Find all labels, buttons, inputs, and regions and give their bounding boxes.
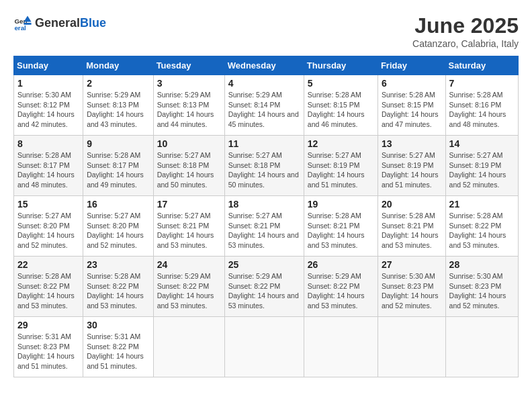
day-detail: Sunrise: 5:29 AMSunset: 8:13 PMDaylight:…: [87, 91, 144, 128]
day-detail: Sunrise: 5:30 AMSunset: 8:12 PMDaylight:…: [17, 91, 75, 128]
day-detail: Sunrise: 5:27 AMSunset: 8:18 PMDaylight:…: [228, 151, 299, 189]
day-number: 21: [449, 199, 515, 210]
calendar-cell: [378, 317, 445, 377]
calendar-cell: 26 Sunrise: 5:29 AMSunset: 8:22 PMDaylig…: [304, 257, 378, 317]
day-detail: Sunrise: 5:27 AMSunset: 8:21 PMDaylight:…: [157, 212, 214, 249]
day-detail: Sunrise: 5:27 AMSunset: 8:19 PMDaylight:…: [449, 151, 506, 189]
calendar-cell: 16 Sunrise: 5:27 AMSunset: 8:20 PMDaylig…: [83, 196, 153, 257]
calendar-cell: 10 Sunrise: 5:27 AMSunset: 8:18 PMDaylig…: [153, 136, 224, 196]
day-number: 26: [308, 259, 374, 270]
day-detail: Sunrise: 5:29 AMSunset: 8:13 PMDaylight:…: [157, 91, 214, 128]
day-detail: Sunrise: 5:29 AMSunset: 8:22 PMDaylight:…: [228, 272, 299, 310]
calendar-cell: 19 Sunrise: 5:28 AMSunset: 8:21 PMDaylig…: [304, 196, 378, 257]
day-detail: Sunrise: 5:27 AMSunset: 8:20 PMDaylight:…: [87, 212, 144, 249]
day-detail: Sunrise: 5:28 AMSunset: 8:22 PMDaylight:…: [17, 272, 75, 310]
calendar-cell: 15 Sunrise: 5:27 AMSunset: 8:20 PMDaylig…: [14, 196, 83, 257]
day-detail: Sunrise: 5:31 AMSunset: 8:22 PMDaylight:…: [87, 332, 144, 370]
header-sunday: Sunday: [14, 56, 83, 75]
day-number: 4: [228, 78, 300, 89]
calendar-cell: 28 Sunrise: 5:30 AMSunset: 8:23 PMDaylig…: [445, 257, 518, 317]
calendar-cell: [224, 317, 304, 377]
calendar-cell: 8 Sunrise: 5:28 AMSunset: 8:17 PMDayligh…: [14, 136, 83, 196]
day-number: 15: [17, 199, 79, 210]
calendar-cell: 2 Sunrise: 5:29 AMSunset: 8:13 PMDayligh…: [83, 75, 153, 136]
calendar-cell: 14 Sunrise: 5:27 AMSunset: 8:19 PMDaylig…: [445, 136, 518, 196]
day-detail: Sunrise: 5:28 AMSunset: 8:16 PMDaylight:…: [449, 91, 506, 128]
logo-general: General: [35, 16, 80, 30]
day-number: 12: [308, 138, 374, 149]
calendar-header-row: SundayMondayTuesdayWednesdayThursdayFrid…: [14, 56, 519, 75]
calendar-cell: 6 Sunrise: 5:28 AMSunset: 8:15 PMDayligh…: [378, 75, 445, 136]
logo-icon: Gen eral: [13, 13, 32, 32]
header-thursday: Thursday: [304, 56, 378, 75]
day-number: 8: [17, 138, 79, 149]
day-number: 5: [308, 78, 374, 89]
day-number: 10: [157, 138, 221, 149]
header-wednesday: Wednesday: [224, 56, 304, 75]
day-detail: Sunrise: 5:27 AMSunset: 8:18 PMDaylight:…: [157, 151, 214, 189]
calendar-cell: 3 Sunrise: 5:29 AMSunset: 8:13 PMDayligh…: [153, 75, 224, 136]
calendar-cell: 30 Sunrise: 5:31 AMSunset: 8:22 PMDaylig…: [83, 317, 153, 377]
calendar-week-1: 1 Sunrise: 5:30 AMSunset: 8:12 PMDayligh…: [14, 75, 519, 136]
day-number: 20: [382, 199, 442, 210]
day-number: 30: [87, 320, 149, 330]
day-number: 17: [157, 199, 221, 210]
calendar-week-2: 8 Sunrise: 5:28 AMSunset: 8:17 PMDayligh…: [14, 136, 519, 196]
day-detail: Sunrise: 5:29 AMSunset: 8:14 PMDaylight:…: [228, 91, 299, 128]
day-detail: Sunrise: 5:27 AMSunset: 8:19 PMDaylight:…: [382, 151, 439, 189]
day-number: 11: [228, 138, 300, 149]
day-detail: Sunrise: 5:27 AMSunset: 8:21 PMDaylight:…: [228, 212, 299, 249]
day-detail: Sunrise: 5:27 AMSunset: 8:19 PMDaylight:…: [308, 151, 365, 189]
calendar-cell: 22 Sunrise: 5:28 AMSunset: 8:22 PMDaylig…: [14, 257, 83, 317]
day-number: 2: [87, 78, 149, 89]
svg-text:eral: eral: [14, 24, 26, 32]
day-number: 7: [449, 78, 515, 89]
day-number: 19: [308, 199, 374, 210]
calendar-cell: [153, 317, 224, 377]
calendar-cell: 24 Sunrise: 5:29 AMSunset: 8:22 PMDaylig…: [153, 257, 224, 317]
calendar-cell: 7 Sunrise: 5:28 AMSunset: 8:16 PMDayligh…: [445, 75, 518, 136]
day-number: 9: [87, 138, 149, 149]
day-number: 24: [157, 259, 221, 270]
day-number: 23: [87, 259, 149, 270]
day-number: 13: [382, 138, 442, 149]
header-monday: Monday: [83, 56, 153, 75]
calendar-cell: 29 Sunrise: 5:31 AMSunset: 8:23 PMDaylig…: [14, 317, 83, 377]
day-number: 16: [87, 199, 149, 210]
day-number: 3: [157, 78, 221, 89]
day-number: 28: [449, 259, 515, 270]
calendar-cell: 17 Sunrise: 5:27 AMSunset: 8:21 PMDaylig…: [153, 196, 224, 257]
logo: Gen eral GeneralBlue: [13, 13, 106, 32]
calendar-cell: 21 Sunrise: 5:28 AMSunset: 8:22 PMDaylig…: [445, 196, 518, 257]
day-detail: Sunrise: 5:29 AMSunset: 8:22 PMDaylight:…: [308, 272, 365, 310]
day-detail: Sunrise: 5:31 AMSunset: 8:23 PMDaylight:…: [17, 332, 75, 370]
calendar-cell: 11 Sunrise: 5:27 AMSunset: 8:18 PMDaylig…: [224, 136, 304, 196]
day-number: 25: [228, 259, 300, 270]
calendar-cell: 23 Sunrise: 5:28 AMSunset: 8:22 PMDaylig…: [83, 257, 153, 317]
day-number: 27: [382, 259, 442, 270]
logo-blue: Blue: [80, 16, 106, 30]
day-detail: Sunrise: 5:28 AMSunset: 8:21 PMDaylight:…: [308, 212, 365, 249]
calendar-cell: 4 Sunrise: 5:29 AMSunset: 8:14 PMDayligh…: [224, 75, 304, 136]
calendar-cell: 20 Sunrise: 5:28 AMSunset: 8:21 PMDaylig…: [378, 196, 445, 257]
header-friday: Friday: [378, 56, 445, 75]
day-detail: Sunrise: 5:30 AMSunset: 8:23 PMDaylight:…: [382, 272, 439, 310]
header-tuesday: Tuesday: [153, 56, 224, 75]
day-number: 14: [449, 138, 515, 149]
calendar-cell: 5 Sunrise: 5:28 AMSunset: 8:15 PMDayligh…: [304, 75, 378, 136]
header-saturday: Saturday: [445, 56, 518, 75]
day-detail: Sunrise: 5:28 AMSunset: 8:17 PMDaylight:…: [17, 151, 75, 189]
day-detail: Sunrise: 5:28 AMSunset: 8:15 PMDaylight:…: [308, 91, 365, 128]
calendar-cell: 12 Sunrise: 5:27 AMSunset: 8:19 PMDaylig…: [304, 136, 378, 196]
day-detail: Sunrise: 5:27 AMSunset: 8:20 PMDaylight:…: [17, 212, 75, 249]
calendar-week-3: 15 Sunrise: 5:27 AMSunset: 8:20 PMDaylig…: [14, 196, 519, 257]
day-detail: Sunrise: 5:28 AMSunset: 8:22 PMDaylight:…: [449, 212, 506, 249]
svg-rect-3: [24, 23, 31, 25]
location-title: Catanzaro, Calabria, Italy: [412, 38, 519, 49]
day-detail: Sunrise: 5:28 AMSunset: 8:21 PMDaylight:…: [382, 212, 439, 249]
day-detail: Sunrise: 5:30 AMSunset: 8:23 PMDaylight:…: [449, 272, 506, 310]
calendar-cell: 9 Sunrise: 5:28 AMSunset: 8:17 PMDayligh…: [83, 136, 153, 196]
day-number: 1: [17, 78, 79, 89]
day-detail: Sunrise: 5:29 AMSunset: 8:22 PMDaylight:…: [157, 272, 214, 310]
day-detail: Sunrise: 5:28 AMSunset: 8:22 PMDaylight:…: [87, 272, 144, 310]
